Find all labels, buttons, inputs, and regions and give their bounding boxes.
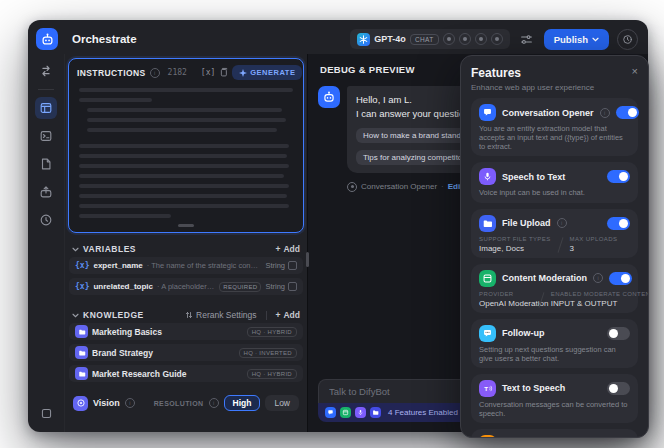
- meta-divider: [557, 237, 563, 253]
- swap-panels-icon[interactable]: [35, 60, 57, 82]
- string-type-icon: [288, 282, 297, 291]
- features-panel: Features × Enhance web app user experien…: [460, 55, 649, 438]
- feature-title: Conversation Opener: [502, 108, 594, 118]
- knowledge-row[interactable]: Market Research Guide HQ · HYBRID: [69, 365, 303, 382]
- knowledge-header: KNOWLEDGE Rerank Settings +Add: [68, 307, 304, 323]
- model-tune-icon[interactable]: [518, 30, 536, 48]
- knowledge-row[interactable]: Brand Strategy HQ · INVERTED: [69, 344, 303, 361]
- feature-toggle[interactable]: [618, 437, 641, 438]
- editor-resize-handle[interactable]: [178, 224, 194, 227]
- feature-card-conversation-opener: Conversation Opener You are an entity ex…: [471, 98, 638, 156]
- openai-logo-icon: [357, 33, 370, 46]
- feature-desc: Setting up next questions suggestion can…: [479, 345, 630, 363]
- follow-up-bubble-icon: [479, 325, 496, 342]
- variable-type: String: [265, 282, 297, 291]
- knowledge-badge: HQ · HYBRID: [247, 369, 297, 379]
- info-icon: [209, 398, 219, 408]
- page: Orchestrate GPT-4o CHAT Publish: [0, 0, 664, 448]
- app-logo-robot-icon[interactable]: [36, 28, 58, 50]
- insert-variable-icon[interactable]: [x]: [201, 68, 215, 77]
- feature-desc: Voice input can be used in chat.: [479, 188, 630, 197]
- content-moderation-mini-icon: [340, 407, 351, 418]
- instructions-title: INSTRUCTIONS: [77, 68, 146, 78]
- knowledge-name: Brand Strategy: [92, 348, 235, 358]
- variable-row[interactable]: {x} unrelated_topic A placeholder for to…: [69, 278, 303, 295]
- variable-row[interactable]: {x} expert_name The name of the strategi…: [69, 257, 303, 274]
- dot-separator: ·: [441, 182, 444, 191]
- feature-card-citations: @ Citations and Attributions Show source…: [471, 429, 638, 438]
- info-icon: [593, 273, 603, 283]
- model-capability-icon: [475, 33, 487, 45]
- speech-to-text-mini-icon: [355, 407, 366, 418]
- history-icon[interactable]: [617, 29, 638, 50]
- meta-value: INPUT & OUTPUT: [551, 299, 630, 308]
- info-icon: [150, 68, 160, 78]
- chevron-down-icon[interactable]: [72, 247, 79, 252]
- model-capability-icon: [459, 33, 471, 45]
- feature-card-speech-to-text: Speech to Text Voice input can be used i…: [471, 162, 638, 202]
- knowledge-badge: HQ · HYBRID: [247, 327, 297, 337]
- instructions-editor[interactable]: INSTRUCTIONS 2182 [x] GENERATE: [68, 58, 304, 233]
- features-title: Features: [471, 66, 638, 80]
- instructions-text-skeleton: [77, 88, 295, 218]
- variables-header: VARIABLES +Add: [68, 241, 304, 257]
- knowledge-name: Market Research Guide: [92, 369, 243, 379]
- add-knowledge-button[interactable]: +Add: [276, 310, 301, 320]
- model-selector[interactable]: GPT-4o CHAT: [350, 29, 509, 49]
- close-icon[interactable]: ×: [632, 66, 638, 77]
- feature-toggle[interactable]: [607, 327, 630, 340]
- info-icon: [557, 218, 567, 228]
- model-capability-icon: [491, 33, 503, 45]
- feature-title: Follow-up: [502, 328, 545, 338]
- resolution-label: RESOLUTION: [154, 400, 204, 407]
- folder-icon: [479, 215, 496, 232]
- plus-icon: +: [276, 310, 281, 320]
- feature-toggle[interactable]: [616, 106, 639, 119]
- char-count: 2182: [168, 68, 187, 77]
- sidebar-item-stop-square[interactable]: [35, 402, 57, 424]
- rerank-settings-button[interactable]: Rerank Settings: [185, 310, 256, 320]
- meta-label: SUPPORT FILE TYPES: [479, 236, 551, 242]
- microphone-icon: [479, 168, 496, 185]
- feature-title: File Upload: [502, 218, 551, 228]
- vision-label: Vision: [93, 398, 120, 408]
- meta-value: 3: [570, 244, 618, 253]
- sidebar-item-history-clock[interactable]: [35, 209, 57, 231]
- chevron-down-icon[interactable]: [72, 313, 79, 318]
- feature-toggle[interactable]: [607, 382, 630, 395]
- variable-name: expert_name: [93, 261, 142, 270]
- sidebar-item-logs-document[interactable]: [35, 153, 57, 175]
- info-icon: [600, 108, 610, 118]
- bot-avatar: [318, 86, 340, 108]
- chat-bubble-icon: [479, 104, 496, 121]
- resolution-high-button[interactable]: High: [224, 395, 261, 411]
- generate-button[interactable]: GENERATE: [232, 65, 302, 80]
- model-capability-icon: [443, 33, 455, 45]
- feature-card-follow-up: Follow-up Setting up next questions sugg…: [471, 319, 638, 368]
- feature-card-content-moderation: Content Moderation PROVIDER OpenAI Moder…: [471, 264, 638, 313]
- vision-eye-icon: [73, 396, 88, 411]
- knowledge-row[interactable]: Marketing Basics HQ · HYBRID: [69, 323, 303, 340]
- feature-toggle[interactable]: [607, 217, 630, 230]
- titlebar: Orchestrate GPT-4o CHAT Publish: [28, 20, 648, 54]
- debug-preview-title: DEBUG & PREVIEW: [320, 64, 415, 75]
- plus-icon: +: [276, 244, 281, 254]
- publish-button[interactable]: Publish: [544, 29, 609, 50]
- variable-desc: The name of the strategic consulting...: [147, 261, 262, 270]
- add-variable-button[interactable]: +Add: [276, 244, 301, 254]
- resolution-low-button[interactable]: Low: [265, 395, 299, 411]
- feature-toggle[interactable]: [607, 170, 630, 183]
- knowledge-badge: HQ · INVERTED: [239, 348, 297, 358]
- toolbar-divider: [266, 311, 267, 320]
- sidebar-item-export-api[interactable]: [35, 181, 57, 203]
- panel-resize-handle[interactable]: [306, 252, 309, 267]
- sidebar-item-orchestrate[interactable]: [35, 97, 57, 119]
- sidebar-item-preview-terminal[interactable]: [35, 125, 57, 147]
- rail-divider: [38, 89, 54, 90]
- svg-text:T: T: [484, 384, 488, 391]
- moderation-window-icon: [479, 270, 496, 287]
- file-upload-mini-icon: [370, 407, 381, 418]
- copy-icon[interactable]: [219, 67, 228, 79]
- feature-toggle[interactable]: [609, 272, 632, 285]
- knowledge-name: Marketing Basics: [92, 327, 243, 337]
